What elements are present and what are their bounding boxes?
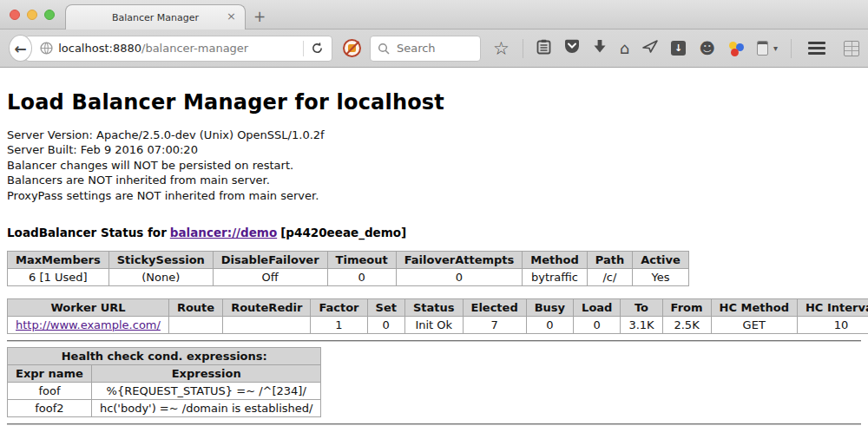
- proxypass-notice-line: ProxyPass settings are NOT inherited fro…: [7, 188, 861, 203]
- page-content: Load Balancer Manager for localhost Serv…: [0, 90, 868, 425]
- table-header-row: Expr name Expression: [8, 365, 321, 383]
- colored-dots-extension-icon[interactable]: [728, 41, 744, 56]
- server-version-line: Server Version: Apache/2.5.0-dev (Unix) …: [7, 128, 861, 142]
- search-bar[interactable]: [370, 36, 481, 62]
- balancer-settings-table: MaxMembers StickySession DisableFailover…: [7, 251, 689, 286]
- urlbar-divider: [303, 41, 304, 56]
- pocket-icon[interactable]: [564, 39, 580, 57]
- globe-icon: [40, 42, 53, 55]
- toolbar-divider: [791, 39, 792, 58]
- download-extension-icon[interactable]: ↓: [671, 41, 686, 56]
- inherit-notice-line: Balancers are NOT inherited from main se…: [7, 173, 861, 187]
- browser-tab[interactable]: Balancer Manager ×: [65, 4, 246, 29]
- grid-extension-icon[interactable]: [844, 41, 859, 56]
- search-icon: [378, 43, 390, 55]
- url-path: /balancer-manager: [141, 42, 248, 55]
- back-button[interactable]: ←: [9, 35, 32, 62]
- persist-notice-line: Balancer changes will NOT be persisted o…: [7, 158, 861, 173]
- emoji-extension-icon[interactable]: ☻: [699, 41, 715, 56]
- tab-title: Balancer Manager: [112, 12, 199, 23]
- url-text[interactable]: localhost:8880/balancer-manager: [58, 42, 298, 55]
- table-title-row: Health check cond. expressions:: [8, 348, 321, 365]
- reload-button[interactable]: [309, 40, 326, 57]
- worker-url-link[interactable]: http://www.example.com/: [16, 318, 161, 331]
- search-input[interactable]: [395, 41, 473, 56]
- chevron-down-icon[interactable]: ▾: [773, 43, 778, 53]
- home-icon[interactable]: ⌂: [620, 41, 629, 56]
- server-built-line: Server Built: Feb 9 2016 07:00:20: [7, 142, 861, 157]
- balancer-demo-link[interactable]: balancer://demo: [170, 226, 277, 239]
- page-title: Load Balancer Manager for localhost: [7, 90, 861, 115]
- table-row: foof2 hc('body') =~ /domain is establish…: [8, 400, 321, 417]
- send-plane-icon[interactable]: [642, 40, 658, 57]
- toolbar-divider: [523, 39, 523, 58]
- worker-status-table: Worker URL Route RouteRedir Factor Set S…: [7, 298, 868, 334]
- close-window-button[interactable]: [10, 10, 20, 20]
- server-info: Server Version: Apache/2.5.0-dev (Unix) …: [7, 128, 861, 203]
- reading-list-icon[interactable]: [536, 39, 551, 58]
- titlebar: Balancer Manager × +: [0, 0, 868, 29]
- reload-icon: [311, 42, 324, 55]
- health-check-expressions-table: Health check cond. expressions: Expr nam…: [7, 347, 321, 417]
- minimize-window-button[interactable]: [27, 10, 37, 20]
- table-row: foof %{REQUEST_STATUS} =~ /^[234]/: [8, 383, 321, 400]
- zoom-window-button[interactable]: [44, 10, 55, 20]
- section-divider: [7, 340, 861, 342]
- table-row: 6 [1 Used] (None) Off 0 0 bytraffic /c/ …: [8, 269, 689, 286]
- window-controls: [10, 10, 55, 20]
- table-header-row: Worker URL Route RouteRedir Factor Set S…: [8, 299, 868, 317]
- url-bar[interactable]: localhost:8880/balancer-manager: [25, 36, 332, 62]
- page-bottom-divider: [7, 423, 861, 425]
- navigation-toolbar: ← localhost:8880/balancer-manager ☆ ⌂: [0, 29, 868, 68]
- table-row: http://www.example.com/ 1 0 Init Ok 7 0 …: [8, 317, 868, 334]
- new-tab-button[interactable]: +: [253, 8, 266, 25]
- menu-icon[interactable]: [808, 42, 825, 55]
- downloads-icon[interactable]: [593, 39, 607, 57]
- url-domain: localhost:8880: [58, 42, 141, 55]
- bookmark-star-icon[interactable]: ☆: [493, 41, 510, 56]
- flashblock-icon[interactable]: [343, 39, 361, 57]
- tab-close-icon[interactable]: ×: [227, 10, 236, 23]
- table-header-row: MaxMembers StickySession DisableFailover…: [8, 252, 689, 269]
- loadbalancer-status-heading: LoadBalancer Status forbalancer://demo[p…: [7, 226, 861, 239]
- battery-extension-icon[interactable]: [757, 41, 768, 56]
- back-icon: ←: [14, 40, 26, 57]
